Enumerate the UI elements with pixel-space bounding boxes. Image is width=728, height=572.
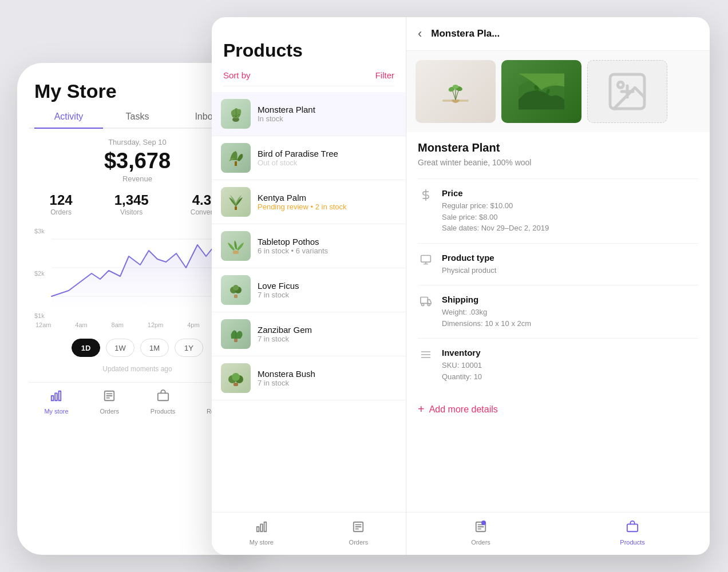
product-status: 7 in stock	[258, 335, 397, 343]
product-type-icon	[418, 254, 434, 268]
tablet-nav-orders[interactable]: Orders	[349, 521, 369, 546]
product-item-kentya-palm[interactable]: Kentya Palm Pending review • 2 in stock	[212, 180, 406, 224]
svg-rect-6	[59, 391, 61, 401]
svg-rect-28	[264, 522, 266, 532]
product-name: Monstera Plant	[258, 105, 397, 114]
product-thumb-kentya-palm	[221, 187, 251, 217]
svg-rect-5	[56, 393, 58, 400]
inventory-content: Inventory SKU: 10001 Quantity: 10	[442, 348, 482, 382]
tab-activity[interactable]: Activity	[34, 112, 103, 129]
filter-1m[interactable]: 1M	[140, 339, 169, 357]
inventory-sku: SKU: 10001	[442, 360, 482, 371]
revenue-chart	[34, 228, 240, 319]
svg-rect-17	[234, 295, 238, 298]
filter-1w[interactable]: 1W	[106, 339, 134, 357]
svg-rect-21	[234, 339, 238, 342]
product-info-monstera-bush: Monstera Bush 7 in stock	[258, 369, 397, 387]
product-type-value: Physical product	[442, 265, 496, 276]
detail-section-price: Price Regular price: $10.00 Sale price: …	[418, 178, 698, 243]
product-item-bird-of-paradise[interactable]: Bird of Paradise Tree Out of stock	[212, 136, 406, 180]
inventory-qty: Quantity: 10	[442, 371, 482, 383]
svg-point-52	[422, 303, 424, 305]
filter-button[interactable]: Filter	[375, 70, 394, 80]
detail-images	[406, 51, 710, 132]
products-icon	[157, 390, 169, 406]
detail-panel-title: Monstera Pla...	[431, 28, 500, 39]
phone-nav-mystore-label: My store	[44, 408, 68, 415]
svg-rect-14	[235, 161, 237, 166]
detail-content: Monstera Plant Great winter beanie, 100%…	[406, 132, 710, 431]
product-type-content: Product type Physical product	[442, 253, 496, 276]
products-panel: Products Sort by Filter	[212, 17, 406, 555]
svg-line-34	[452, 90, 456, 100]
phone-nav-products-label: Products	[151, 408, 175, 415]
svg-rect-27	[260, 524, 263, 531]
shipping-weight: Weight: .03kg	[442, 307, 531, 318]
price-regular: Regular price: $10.00	[442, 200, 549, 212]
product-thumb-bird-of-paradise	[221, 143, 251, 173]
inventory-icon	[418, 349, 434, 363]
orders-icon	[103, 390, 116, 406]
svg-rect-15	[235, 206, 237, 210]
product-image-2[interactable]	[501, 60, 581, 123]
filter-1y[interactable]: 1Y	[175, 339, 203, 357]
detail-section-product-type: Product type Physical product	[418, 243, 698, 285]
tablet-container: Products Sort by Filter	[212, 17, 710, 555]
svg-rect-61	[627, 524, 638, 531]
svg-marker-3	[52, 233, 238, 308]
product-item-love-ficus[interactable]: Love Ficus 7 in stock	[212, 268, 406, 312]
product-status: 7 in stock	[258, 291, 397, 299]
products-controls: Sort by Filter	[223, 70, 394, 86]
phone-nav-orders[interactable]: Orders	[100, 390, 119, 415]
stat-orders: 124 Orders	[50, 192, 73, 216]
product-status: 7 in stock	[258, 379, 397, 387]
back-button[interactable]: ‹	[418, 26, 422, 41]
bar-chart-icon	[50, 390, 62, 406]
svg-rect-11	[157, 393, 168, 400]
product-item-zanzibar-gem[interactable]: Zanzibar Gem 7 in stock	[212, 312, 406, 356]
product-name: Kentya Palm	[258, 193, 397, 202]
dollar-icon	[418, 189, 434, 204]
products-title: Products	[223, 40, 394, 61]
product-thumb-tabletop-pothos	[221, 231, 251, 261]
product-info-kentya-palm: Kentya Palm Pending review • 2 in stock	[258, 193, 397, 211]
tab-tasks[interactable]: Tasks	[103, 112, 172, 129]
svg-rect-26	[257, 527, 259, 531]
product-item-monstera-plant[interactable]: Monstera Plant In stock	[212, 92, 406, 136]
sort-by-button[interactable]: Sort by	[223, 70, 251, 80]
product-status: In stock	[258, 114, 397, 123]
product-item-tabletop-pothos[interactable]: Tabletop Pothos 6 in stock • 6 variants	[212, 224, 406, 268]
detail-bottom-nav: Orders Products	[406, 512, 710, 555]
product-info-love-ficus: Love Ficus 7 in stock	[258, 281, 397, 299]
product-info-zanzibar-gem: Zanzibar Gem 7 in stock	[258, 325, 397, 343]
shipping-icon	[418, 296, 434, 310]
detail-nav-products[interactable]: Products	[620, 521, 644, 546]
tablet-nav-mystore[interactable]: My store	[250, 521, 274, 546]
product-name: Bird of Paradise Tree	[258, 149, 397, 158]
product-status: Out of stock	[258, 158, 397, 167]
svg-rect-48	[421, 255, 431, 262]
product-thumb-zanzibar-gem	[221, 319, 251, 349]
products-icon	[626, 521, 639, 537]
detail-nav-orders[interactable]: Orders	[471, 521, 490, 546]
phone-nav-mystore[interactable]: My store	[44, 390, 68, 415]
price-content: Price Regular price: $10.00 Sale price: …	[442, 188, 549, 234]
detail-header: ‹ Monstera Pla...	[406, 17, 710, 51]
y-axis-labels: $3k $2k $1k	[34, 228, 45, 319]
product-name: Love Ficus	[258, 281, 397, 291]
product-info-bird-of-paradise: Bird of Paradise Tree Out of stock	[258, 149, 397, 167]
filter-1d[interactable]: 1D	[72, 339, 100, 357]
shipping-content: Shipping Weight: .03kg Dimensions: 10 x …	[442, 295, 531, 329]
product-image-1[interactable]	[416, 60, 496, 123]
price-sale: Sale price: $8.00	[442, 212, 549, 223]
product-list: Monstera Plant In stock Bird of Paradise…	[212, 92, 406, 512]
add-details-button[interactable]: + Add more details	[418, 391, 498, 422]
product-item-monstera-bush[interactable]: Monstera Bush 7 in stock	[212, 356, 406, 400]
orders-icon	[352, 521, 365, 537]
tablet-nav-mystore-label: My store	[250, 539, 274, 546]
phone-nav-products[interactable]: Products	[151, 390, 175, 415]
product-image-add[interactable]	[587, 60, 667, 123]
bar-chart-icon	[255, 521, 268, 537]
product-thumb-monstera-bush	[221, 363, 251, 393]
product-detail-name: Monstera Plant	[418, 141, 698, 154]
